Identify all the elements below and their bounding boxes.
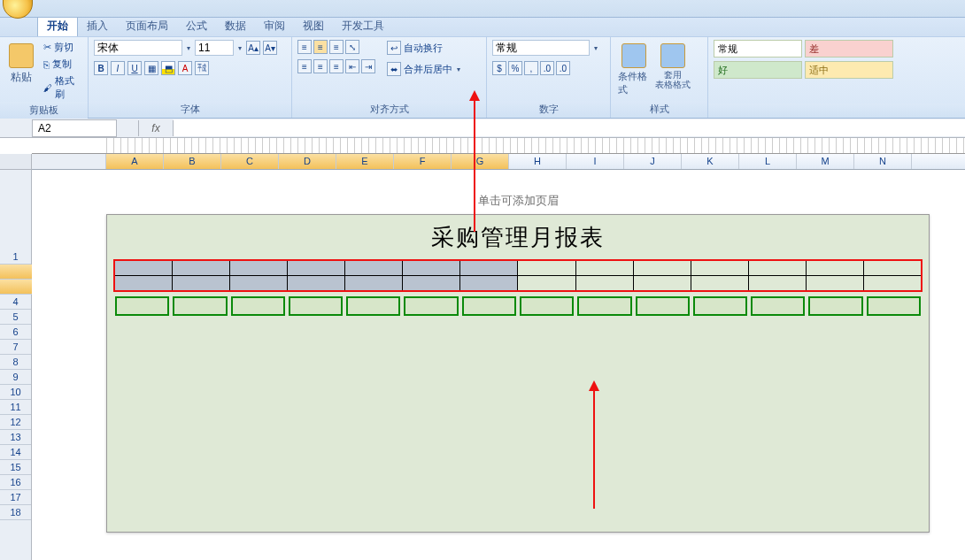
add-header-hint[interactable]: 单击可添加页眉: [106, 193, 930, 214]
col-header[interactable]: E: [336, 154, 394, 169]
increase-indent-button[interactable]: ⇥: [361, 59, 375, 73]
decrease-indent-button[interactable]: ⇤: [345, 59, 359, 73]
table-format-button[interactable]: 套用 表格格式: [655, 40, 691, 93]
align-top-button[interactable]: ≡: [297, 40, 312, 54]
bold-button[interactable]: B: [94, 61, 108, 75]
col-header[interactable]: F: [394, 154, 452, 169]
tab-data[interactable]: 数据: [216, 16, 255, 36]
green-box: [115, 296, 169, 316]
row-header[interactable]: 4: [0, 295, 31, 310]
format-painter-button[interactable]: 格式刷: [41, 73, 82, 102]
row-header[interactable]: 14: [0, 445, 31, 460]
font-size-select[interactable]: [195, 40, 234, 56]
green-box: [577, 296, 631, 316]
horizontal-ruler: [32, 138, 965, 154]
decrease-font-button[interactable]: A▾: [263, 41, 277, 55]
row-header[interactable]: 18: [0, 505, 31, 520]
borders-button[interactable]: ▦: [144, 61, 158, 75]
row-header[interactable]: 6: [0, 325, 31, 340]
col-header[interactable]: K: [682, 154, 739, 169]
tab-view[interactable]: 视图: [294, 16, 333, 36]
office-button[interactable]: [3, 0, 33, 19]
row-header[interactable]: 12: [0, 415, 31, 430]
percent-button[interactable]: %: [508, 61, 522, 75]
select-all-corner[interactable]: [0, 154, 31, 170]
green-box: [867, 296, 921, 316]
merge-center-button[interactable]: ⬌合并后居中▾: [384, 61, 465, 77]
cut-button[interactable]: 剪切: [41, 40, 82, 55]
col-header[interactable]: H: [509, 154, 567, 169]
row-header[interactable]: 11: [0, 400, 31, 415]
col-header[interactable]: M: [797, 154, 854, 169]
sheet-canvas[interactable]: A B C D E F G H I J K L M N 单击可添加页眉 采购管理…: [32, 154, 965, 560]
chevron-down-icon[interactable]: ▾: [455, 65, 462, 73]
style-good[interactable]: 好: [714, 61, 802, 79]
font-name-select[interactable]: [94, 40, 182, 56]
style-neutral[interactable]: 适中: [805, 61, 893, 79]
document-title: 采购管理月报表: [107, 215, 929, 260]
row-header[interactable]: 13: [0, 430, 31, 445]
font-color-button[interactable]: A: [178, 61, 192, 75]
chevron-down-icon[interactable]: ▾: [236, 44, 243, 52]
tab-home[interactable]: 开始: [37, 15, 78, 36]
col-header[interactable]: G: [452, 154, 509, 169]
increase-decimal-button[interactable]: .0: [540, 61, 554, 75]
tab-review[interactable]: 审阅: [255, 16, 294, 36]
tab-formulas[interactable]: 公式: [177, 16, 216, 36]
currency-button[interactable]: $: [492, 61, 506, 75]
conditional-format-button[interactable]: 条件格式: [616, 40, 652, 100]
fill-color-button[interactable]: ⬒: [161, 61, 175, 75]
orientation-button[interactable]: ⤡: [345, 40, 359, 54]
underline-button[interactable]: U: [127, 61, 142, 75]
number-format-select[interactable]: [492, 40, 590, 56]
row-header[interactable]: 7: [0, 340, 31, 355]
formula-input[interactable]: [174, 119, 965, 136]
row-header[interactable]: 1: [0, 249, 31, 265]
increase-font-button[interactable]: A▴: [246, 41, 260, 55]
row-header[interactable]: 10: [0, 385, 31, 400]
green-box: [751, 296, 805, 316]
table-rows-2-3[interactable]: [114, 260, 922, 291]
align-middle-button[interactable]: ≡: [313, 40, 328, 54]
tab-page-layout[interactable]: 页面布局: [117, 16, 177, 36]
row-header[interactable]: 5: [0, 310, 31, 325]
row-header[interactable]: 15: [0, 460, 31, 475]
align-bottom-button[interactable]: ≡: [329, 40, 344, 54]
col-header[interactable]: I: [567, 154, 624, 169]
chevron-down-icon[interactable]: ▾: [592, 44, 599, 52]
tab-insert[interactable]: 插入: [78, 16, 117, 36]
table-row[interactable]: [115, 276, 922, 291]
col-header[interactable]: L: [739, 154, 797, 169]
col-header[interactable]: J: [624, 154, 682, 169]
col-header[interactable]: B: [164, 154, 221, 169]
align-left-button[interactable]: ≡: [297, 59, 312, 73]
tab-developer[interactable]: 开发工具: [333, 16, 393, 36]
row-header[interactable]: 17: [0, 490, 31, 505]
comma-button[interactable]: ,: [524, 61, 538, 75]
name-box[interactable]: [32, 119, 117, 137]
copy-button[interactable]: 复制: [41, 57, 82, 72]
paste-button[interactable]: 粘贴: [5, 40, 37, 88]
group-cond-format: 条件格式 套用 表格格式 样式: [611, 37, 708, 118]
col-header[interactable]: A: [106, 154, 164, 169]
merge-icon: ⬌: [387, 62, 401, 76]
col-header[interactable]: C: [221, 154, 279, 169]
phonetic-button[interactable]: ㍻: [195, 61, 209, 75]
row-header[interactable]: 16: [0, 475, 31, 490]
table-row[interactable]: [115, 261, 922, 276]
style-bad[interactable]: 差: [805, 40, 893, 58]
italic-button[interactable]: I: [111, 61, 125, 75]
style-normal[interactable]: 常规: [714, 40, 802, 58]
col-header[interactable]: D: [279, 154, 336, 169]
decrease-decimal-button[interactable]: .0: [556, 61, 570, 75]
align-right-button[interactable]: ≡: [329, 59, 344, 73]
green-box: [636, 296, 690, 316]
group-number: ▾ $ % , .0 .0 数字: [487, 37, 611, 118]
row-header[interactable]: 8: [0, 355, 31, 370]
row-header[interactable]: 9: [0, 370, 31, 385]
fx-label[interactable]: fx: [138, 120, 174, 136]
chevron-down-icon[interactable]: ▾: [185, 44, 192, 52]
col-header[interactable]: N: [854, 154, 912, 169]
wrap-text-button[interactable]: ↩自动换行: [384, 40, 465, 56]
align-center-button[interactable]: ≡: [313, 59, 328, 73]
